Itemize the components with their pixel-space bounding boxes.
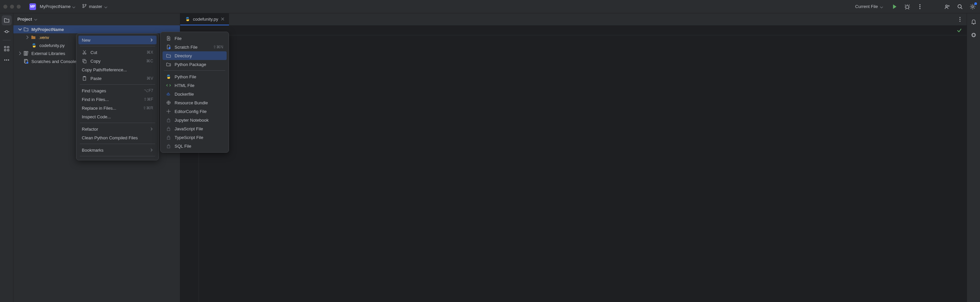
menu-item-sql[interactable]: SQL File (162, 142, 227, 150)
tree-label: Scratches and Consoles (31, 59, 78, 64)
menu-item-resource-bundle[interactable]: Resource Bundle (162, 98, 227, 107)
tab-more-button[interactable] (956, 15, 964, 23)
svg-rect-18 (24, 51, 25, 55)
menu-item-python-file[interactable]: Python File (162, 72, 227, 81)
svg-rect-39 (168, 93, 169, 93)
expand-arrow-icon[interactable] (25, 35, 29, 40)
code-area[interactable] (199, 35, 967, 302)
svg-point-10 (5, 31, 8, 33)
chevron-down-icon (34, 17, 37, 21)
debug-button[interactable] (903, 3, 911, 11)
menu-label: Replace in Files... (82, 106, 116, 111)
expand-arrow-icon[interactable] (18, 27, 22, 31)
chevron-down-icon (72, 5, 75, 8)
run-button[interactable] (891, 3, 899, 11)
menu-item-copy-path[interactable]: Copy Path/Reference... (78, 65, 156, 74)
maximize-window-icon[interactable] (17, 5, 21, 9)
menu-shortcut: ⌘V (146, 76, 153, 81)
project-selector[interactable]: MP MyProjectName (27, 2, 78, 11)
project-panel-header[interactable]: Project (13, 13, 180, 25)
titlebar-right-controls: Current File (853, 3, 977, 11)
branch-label: master (89, 4, 102, 9)
library-folder-icon (31, 35, 36, 40)
menu-item-replace-in-files[interactable]: Replace in Files... ⇧⌘R (78, 104, 156, 112)
menu-label: Scratch File (175, 45, 197, 50)
tab-label: codefunity.py (193, 17, 218, 22)
menu-item-scratch-file[interactable]: Scratch File ⇧⌘N (162, 43, 227, 51)
more-actions-button[interactable] (916, 3, 924, 11)
menu-item-cut[interactable]: Cut ⌘X (78, 48, 156, 57)
structure-tool-button[interactable] (2, 44, 12, 54)
close-window-icon[interactable] (3, 5, 7, 9)
menu-label: HTML File (175, 83, 194, 88)
menu-item-javascript[interactable]: JavaScript File (162, 124, 227, 133)
svg-rect-31 (84, 60, 86, 63)
menu-item-jupyter[interactable]: Jupyter Notebook (162, 115, 227, 124)
menu-label: Python Package (175, 62, 206, 67)
ai-assistant-button[interactable] (969, 30, 978, 40)
editor-tab[interactable]: codefunity.py (180, 13, 229, 25)
svg-point-24 (959, 17, 961, 18)
svg-point-3 (906, 5, 909, 8)
menu-item-html-file[interactable]: HTML File (162, 81, 227, 90)
settings-button[interactable] (969, 3, 977, 11)
menu-label: SQL File (175, 144, 191, 149)
submenu-arrow-icon (150, 148, 153, 153)
menu-item-typescript[interactable]: TypeScript File (162, 133, 227, 142)
svg-rect-11 (4, 46, 6, 48)
menu-label: EditorConfig File (175, 109, 207, 114)
menu-item-find-usages[interactable]: Find Usages ⌥F7 (78, 86, 156, 95)
run-config-selector[interactable]: Current File (853, 3, 886, 10)
editor-area: codefunity.py (180, 13, 967, 302)
svg-point-35 (169, 65, 170, 65)
tree-row-project-root[interactable]: MyProjectName (13, 25, 180, 33)
code-with-me-button[interactable] (943, 3, 951, 11)
menu-separator (80, 46, 155, 46)
menu-label: Bookmarks (82, 148, 103, 153)
commit-tool-button[interactable] (2, 27, 12, 37)
menu-item-python-package[interactable]: Python Package (162, 60, 227, 69)
menu-label: Paste (91, 76, 102, 81)
svg-rect-20 (26, 51, 28, 55)
menu-item-new-file[interactable]: File (162, 34, 227, 43)
docker-icon (166, 91, 171, 96)
menu-shortcut: ⇧⌘F (143, 97, 153, 102)
menu-item-inspect-code[interactable]: Inspect Code... (78, 112, 156, 121)
close-tab-button[interactable] (221, 17, 224, 22)
menu-label: Cut (91, 50, 97, 55)
branch-selector[interactable]: master (82, 4, 108, 9)
svg-rect-44 (167, 137, 170, 139)
menu-item-bookmarks[interactable]: Bookmarks (78, 145, 156, 154)
svg-point-2 (85, 4, 86, 6)
project-name-label: MyProjectName (40, 4, 70, 9)
python-file-icon (31, 43, 37, 48)
menu-shortcut: ⌥F7 (144, 89, 153, 93)
more-tools-button[interactable] (2, 55, 12, 65)
menu-item-directory[interactable]: Directory (162, 51, 227, 60)
scratch-file-icon (166, 44, 171, 50)
minimize-window-icon[interactable] (10, 5, 14, 9)
expand-arrow-icon[interactable] (18, 51, 22, 55)
menu-item-copy[interactable]: Copy ⌘C (78, 57, 156, 65)
menu-item-find-in-files[interactable]: Find in Files... ⇧⌘F (78, 95, 156, 104)
svg-rect-14 (7, 49, 9, 51)
project-badge-icon: MP (29, 3, 36, 10)
svg-point-34 (169, 47, 170, 49)
editor-body[interactable] (180, 35, 967, 302)
notifications-button[interactable] (969, 17, 978, 27)
tree-label: .venv (39, 35, 49, 40)
menu-item-clean-python[interactable]: Clean Python Compiled Files (78, 133, 156, 142)
project-tool-button[interactable] (2, 15, 12, 25)
menu-item-refactor[interactable]: Refactor (78, 125, 156, 133)
title-bar: MP MyProjectName master Current File (0, 0, 980, 13)
menu-item-dockerfile[interactable]: Dockerfile (162, 90, 227, 98)
lock-icon (166, 117, 171, 123)
menu-item-editorconfig[interactable]: EditorConfig File (162, 107, 227, 115)
search-button[interactable] (956, 3, 964, 11)
menu-item-paste[interactable]: Paste ⌘V (78, 74, 156, 83)
svg-point-25 (959, 19, 961, 20)
svg-rect-13 (4, 49, 6, 51)
window-controls (3, 5, 21, 9)
check-status-icon[interactable] (955, 26, 963, 34)
menu-item-new[interactable]: New (78, 36, 156, 44)
